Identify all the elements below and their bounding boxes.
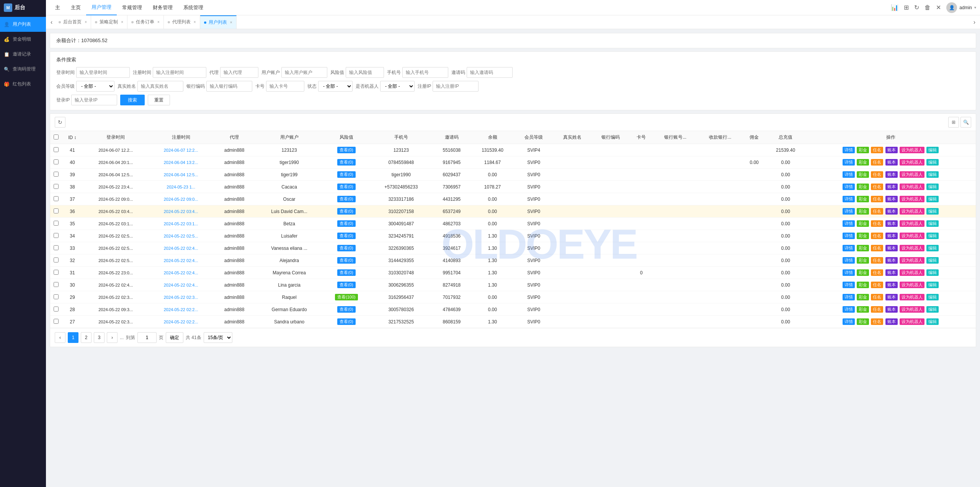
action-detail-btn[interactable]: 详情 [843, 196, 855, 202]
action-detail-btn[interactable]: 详情 [843, 220, 855, 227]
action-bonus-btn[interactable]: 彩金 [857, 257, 869, 264]
row-checkbox-41[interactable] [54, 147, 59, 152]
select-robot[interactable]: - 全部 - [380, 81, 415, 92]
cell-risk[interactable]: 查看(0) [323, 181, 369, 193]
tab-close-1[interactable]: × [121, 20, 123, 24]
action-task-btn[interactable]: 任名 [871, 294, 883, 300]
layout-icon[interactable]: ⊞ [904, 4, 909, 11]
action-bonus-btn[interactable]: 彩金 [857, 245, 869, 251]
cell-risk[interactable]: 查看(0) [323, 169, 369, 181]
tab-task-order[interactable]: 任务订单 × [127, 15, 164, 29]
action-task-btn[interactable]: 任名 [871, 306, 883, 313]
action-edit-btn[interactable]: 编辑 [926, 159, 939, 166]
input-card[interactable] [266, 81, 304, 92]
action-ledger-btn[interactable]: 账本 [885, 159, 898, 166]
action-ledger-btn[interactable]: 账本 [885, 233, 898, 239]
action-edit-btn[interactable]: 编辑 [926, 208, 939, 215]
action-detail-btn[interactable]: 详情 [843, 208, 855, 215]
action-ledger-btn[interactable]: 账本 [885, 196, 898, 202]
row-checkbox-28[interactable] [54, 307, 59, 312]
sidebar-item-user-list[interactable]: 👤 用户列表 [0, 17, 46, 32]
action-robot-btn[interactable]: 设为机器人 [900, 282, 924, 288]
action-detail-btn[interactable]: 详情 [843, 294, 855, 300]
action-robot-btn[interactable]: 设为机器人 [900, 147, 924, 153]
action-bonus-btn[interactable]: 彩金 [857, 171, 869, 178]
action-edit-btn[interactable]: 编辑 [926, 306, 939, 313]
action-detail-btn[interactable]: 详情 [843, 159, 855, 166]
action-robot-btn[interactable]: 设为机器人 [900, 184, 924, 190]
next-page-button[interactable]: › [107, 332, 118, 343]
action-task-btn[interactable]: 任名 [871, 159, 883, 166]
action-edit-btn[interactable]: 编辑 [926, 184, 939, 190]
select-status[interactable]: - 全部 - [318, 81, 353, 92]
row-checkbox-39[interactable] [54, 172, 59, 177]
action-edit-btn[interactable]: 编辑 [926, 233, 939, 239]
search-table-button[interactable]: 🔍 [960, 117, 971, 128]
action-ledger-btn[interactable]: 账本 [885, 184, 898, 190]
row-checkbox-27[interactable] [54, 319, 59, 324]
page-1-button[interactable]: 1 [68, 332, 78, 343]
action-edit-btn[interactable]: 编辑 [926, 257, 939, 264]
tab-strategy[interactable]: 策略定制 × [91, 15, 127, 29]
action-robot-btn[interactable]: 设为机器人 [900, 159, 924, 166]
select-all-checkbox[interactable] [54, 134, 59, 139]
action-bonus-btn[interactable]: 彩金 [857, 269, 869, 276]
action-bonus-btn[interactable]: 彩金 [857, 306, 869, 313]
action-task-btn[interactable]: 任名 [871, 220, 883, 227]
admin-info[interactable]: 👤 admin ▾ [946, 2, 976, 13]
action-bonus-btn[interactable]: 彩金 [857, 184, 869, 190]
cell-risk[interactable]: 查看(0) [323, 254, 369, 267]
action-task-btn[interactable]: 任名 [871, 257, 883, 264]
input-risk[interactable] [346, 67, 384, 78]
page-2-button[interactable]: 2 [81, 332, 91, 343]
nav-item-finance[interactable]: 财务管理 [147, 0, 178, 15]
close-icon[interactable]: ✕ [936, 4, 941, 11]
goto-page-input[interactable] [137, 332, 157, 343]
action-ledger-btn[interactable]: 账本 [885, 306, 898, 313]
nav-item-system[interactable]: 系统管理 [178, 0, 209, 15]
action-detail-btn[interactable]: 详情 [843, 282, 855, 288]
action-detail-btn[interactable]: 详情 [843, 147, 855, 153]
input-realname[interactable] [137, 81, 183, 92]
action-task-btn[interactable]: 任名 [871, 269, 883, 276]
action-edit-btn[interactable]: 编辑 [926, 196, 939, 202]
action-task-btn[interactable]: 任名 [871, 171, 883, 178]
action-edit-btn[interactable]: 编辑 [926, 171, 939, 178]
action-task-btn[interactable]: 任名 [871, 318, 883, 325]
action-bonus-btn[interactable]: 彩金 [857, 220, 869, 227]
action-ledger-btn[interactable]: 账本 [885, 282, 898, 288]
action-detail-btn[interactable]: 详情 [843, 245, 855, 251]
action-edit-btn[interactable]: 编辑 [926, 282, 939, 288]
page-size-select[interactable]: 15条/页 30条/页 50条/页 [204, 332, 232, 343]
row-checkbox-35[interactable] [54, 221, 59, 226]
row-checkbox-34[interactable] [54, 233, 59, 238]
action-robot-btn[interactable]: 设为机器人 [900, 306, 924, 313]
tab-close-3[interactable]: × [194, 20, 196, 24]
cell-risk[interactable]: 查看(0) [323, 193, 369, 205]
tab-arrow-left[interactable]: ‹ [48, 19, 55, 26]
action-edit-btn[interactable]: 编辑 [926, 245, 939, 251]
action-robot-btn[interactable]: 设为机器人 [900, 257, 924, 264]
delete-icon[interactable]: 🗑 [924, 4, 931, 11]
column-settings-button[interactable]: ⊞ [948, 117, 959, 128]
page-3-button[interactable]: 3 [94, 332, 105, 343]
action-ledger-btn[interactable]: 账本 [885, 269, 898, 276]
action-robot-btn[interactable]: 设为机器人 [900, 269, 924, 276]
tab-arrow-right[interactable]: › [971, 19, 978, 26]
select-level[interactable]: - 全部 - [76, 81, 114, 92]
chart-icon[interactable]: 📊 [891, 4, 898, 11]
action-robot-btn[interactable]: 设为机器人 [900, 233, 924, 239]
nav-item-general[interactable]: 常规管理 [117, 0, 147, 15]
action-task-btn[interactable]: 任名 [871, 147, 883, 153]
action-detail-btn[interactable]: 详情 [843, 257, 855, 264]
goto-confirm-button[interactable]: 确定 [166, 332, 183, 343]
action-robot-btn[interactable]: 设为机器人 [900, 245, 924, 251]
input-agent[interactable] [220, 67, 258, 78]
cell-risk[interactable]: 查看(0) [323, 279, 369, 291]
refresh-button[interactable]: ↻ [55, 117, 65, 128]
action-ledger-btn[interactable]: 账本 [885, 147, 898, 153]
action-task-btn[interactable]: 任名 [871, 282, 883, 288]
sidebar-item-redpacket[interactable]: 🎁 红包列表 [0, 77, 46, 92]
action-ledger-btn[interactable]: 账本 [885, 171, 898, 178]
sidebar-item-query[interactable]: 🔍 查询码管理 [0, 62, 46, 77]
